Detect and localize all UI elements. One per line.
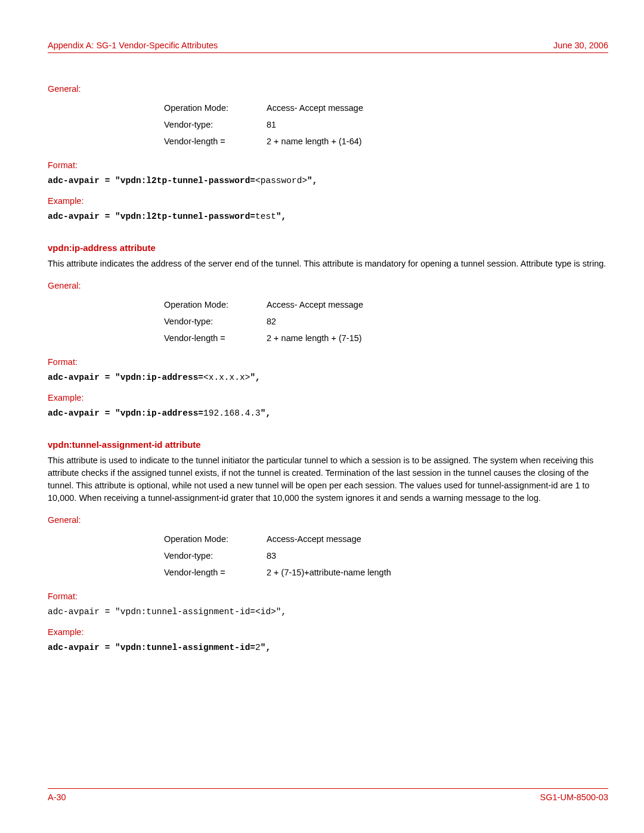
cell-key: Vendor-type: <box>164 116 267 133</box>
general-label: General: <box>48 281 608 290</box>
table-row: Vendor-length =2 + name length + (1-64) <box>164 133 370 150</box>
table-row: Vendor-type:81 <box>164 116 370 133</box>
format-label: Format: <box>48 357 608 367</box>
attribute-title: vpdn:tunnel-assignment-id attribute <box>48 439 608 450</box>
format-code: adc-avpair = "vpdn:tunnel-assignment-id=… <box>48 607 608 617</box>
cell-key: Vendor-type: <box>164 313 267 330</box>
cell-val: 82 <box>267 313 370 330</box>
example-label: Example: <box>48 393 608 402</box>
table-row: Operation Mode:Access- Accept message <box>164 100 370 116</box>
general-label: General: <box>48 515 608 525</box>
cell-key: Operation Mode: <box>164 100 267 116</box>
cell-key: Vendor-length = <box>164 330 267 346</box>
general-table: Operation Mode:Access-Accept message Ven… <box>164 531 398 581</box>
example-label: Example: <box>48 627 608 637</box>
general-table: Operation Mode:Access- Accept message Ve… <box>164 100 370 150</box>
page: Appendix A: SG-1 Vendor-Specific Attribu… <box>0 0 644 833</box>
page-header: Appendix A: SG-1 Vendor-Specific Attribu… <box>48 41 608 53</box>
cell-key: Vendor-length = <box>164 564 267 581</box>
format-label: Format: <box>48 160 608 170</box>
cell-key: Vendor-length = <box>164 133 267 150</box>
table-row: Vendor-length =2 + name length + (7-15) <box>164 330 370 346</box>
cell-val: 2 + name length + (1-64) <box>267 133 370 150</box>
format-code: adc-avpair = "vpdn:l2tp-tunnel-password=… <box>48 176 608 185</box>
table-row: Vendor-type:83 <box>164 547 398 564</box>
example-code: adc-avpair = "vpdn:l2tp-tunnel-password=… <box>48 212 608 221</box>
example-code: adc-avpair = "vpdn:ip-address=192.168.4.… <box>48 408 608 418</box>
attribute-description: This attribute is used to indicate to th… <box>48 454 608 504</box>
example-label: Example: <box>48 196 608 206</box>
attribute-title: vpdn:ip-address attribute <box>48 243 608 253</box>
cell-key: Operation Mode: <box>164 296 267 313</box>
cell-val: Access-Accept message <box>267 531 398 547</box>
cell-val: 83 <box>267 547 398 564</box>
cell-key: Operation Mode: <box>164 531 267 547</box>
cell-key: Vendor-type: <box>164 547 267 564</box>
footer-left: A-30 <box>48 792 66 802</box>
general-table: Operation Mode:Access- Accept message Ve… <box>164 296 370 346</box>
table-row: Operation Mode:Access- Accept message <box>164 296 370 313</box>
cell-val: 81 <box>267 116 370 133</box>
table-row: Vendor-type:82 <box>164 313 370 330</box>
table-row: Vendor-length =2 + (7-15)+attribute-name… <box>164 564 398 581</box>
footer-right: SG1-UM-8500-03 <box>540 792 608 802</box>
format-code: adc-avpair = "vpdn:ip-address=<x.x.x.x>"… <box>48 373 608 382</box>
header-left: Appendix A: SG-1 Vendor-Specific Attribu… <box>48 41 218 50</box>
format-label: Format: <box>48 592 608 601</box>
cell-val: 2 + (7-15)+attribute-name length <box>267 564 398 581</box>
attribute-description: This attribute indicates the address of … <box>48 258 608 270</box>
header-right: June 30, 2006 <box>553 41 608 50</box>
example-code: adc-avpair = "vpdn:tunnel-assignment-id=… <box>48 643 608 652</box>
page-footer: A-30 SG1-UM-8500-03 <box>48 788 608 802</box>
cell-val: Access- Accept message <box>267 100 370 116</box>
cell-val: Access- Accept message <box>267 296 370 313</box>
cell-val: 2 + name length + (7-15) <box>267 330 370 346</box>
general-label: General: <box>48 84 608 94</box>
table-row: Operation Mode:Access-Accept message <box>164 531 398 547</box>
